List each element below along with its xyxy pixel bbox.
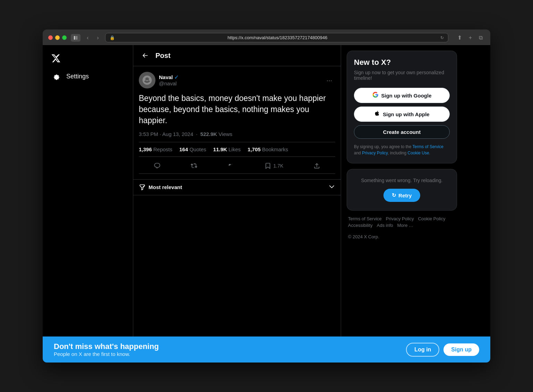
tweet-container: Naval ✓ @naval ··· Beyond the basics, mo… bbox=[133, 66, 341, 180]
banner-text-block: Don't miss what's happening People on X … bbox=[54, 342, 159, 357]
banner-actions: Log in Sign up bbox=[406, 343, 479, 357]
reload-icon[interactable]: ↻ bbox=[440, 35, 444, 40]
browser-chrome: ‹ › 🔒 https://x.com/naval/status/1823357… bbox=[43, 29, 490, 45]
bookmark-button[interactable]: 1.7K bbox=[262, 160, 286, 172]
back-arrow-icon bbox=[142, 52, 149, 59]
right-panel: New to X? Sign up now to get your own pe… bbox=[341, 45, 463, 363]
chevron-down-icon bbox=[328, 183, 335, 190]
footer-links: Terms of Service Privacy Policy Cookie P… bbox=[347, 216, 457, 228]
bookmark-count: 1.7K bbox=[273, 163, 284, 169]
reposts-count: 1,396 bbox=[139, 146, 152, 152]
tweet-text: Beyond the basics, money doesn't make yo… bbox=[139, 93, 335, 126]
more-options-button[interactable]: ··· bbox=[323, 74, 335, 86]
url-text: https://x.com/naval/status/1823357272174… bbox=[117, 35, 438, 40]
tweet-time: 3:53 PM · Aug 13, 2024 bbox=[139, 131, 193, 137]
quotes-stat: 164 Quotes bbox=[179, 146, 206, 152]
terms-prefix: By signing up, you agree to the bbox=[354, 144, 413, 149]
and-text: and bbox=[354, 151, 362, 155]
views-label: Views bbox=[219, 131, 232, 137]
privacy-link[interactable]: Privacy Policy bbox=[362, 151, 388, 155]
x-logo[interactable] bbox=[48, 51, 64, 66]
browser-actions: ⬆ + ⧉ bbox=[455, 34, 485, 42]
sort-left: Most relevant bbox=[139, 184, 182, 191]
sort-bar[interactable]: Most relevant bbox=[133, 180, 341, 195]
sidebar-item-settings[interactable]: Settings bbox=[48, 69, 93, 84]
avatar-icon bbox=[142, 75, 153, 86]
reply-icon bbox=[154, 162, 161, 169]
tweet-stats: 1,396 Reposts 164 Quotes 11.9K Likes 1,7… bbox=[139, 142, 335, 157]
signup-title: New to X? bbox=[354, 58, 450, 67]
likes-stat: 11.9K Likes bbox=[213, 146, 240, 152]
x-logo-icon bbox=[51, 53, 61, 63]
google-signup-button[interactable]: Sign up with Google bbox=[354, 88, 450, 103]
tweet-author-info: Naval ✓ @naval bbox=[139, 72, 179, 88]
google-g-icon bbox=[372, 92, 379, 99]
share-icon bbox=[313, 162, 320, 169]
reply-button[interactable] bbox=[151, 160, 163, 172]
bookmark-icon bbox=[264, 162, 271, 169]
google-signup-label: Sign up with Google bbox=[381, 93, 432, 99]
bookmarks-stat: 1,705 Bookmarks bbox=[248, 146, 288, 152]
bookmarks-label: Bookmarks bbox=[262, 146, 288, 152]
back-button[interactable] bbox=[139, 49, 151, 62]
apple-signup-button[interactable]: Sign up with Apple bbox=[354, 106, 450, 122]
sort-label: Most relevant bbox=[149, 184, 182, 190]
footer-ads-info-link[interactable]: Ads info bbox=[377, 223, 393, 228]
retry-button[interactable]: ↻ Retry bbox=[383, 189, 420, 202]
author-name: Naval bbox=[159, 74, 173, 80]
forward-navigation-button[interactable]: › bbox=[95, 34, 101, 42]
close-button[interactable] bbox=[48, 35, 53, 40]
footer-accessibility-link[interactable]: Accessibility bbox=[348, 223, 373, 228]
sidebar-toggle-button[interactable] bbox=[71, 34, 81, 42]
filter-icon bbox=[139, 184, 146, 191]
repost-icon bbox=[191, 162, 197, 169]
footer-more-link[interactable]: More … bbox=[397, 223, 413, 228]
bookmarks-count: 1,705 bbox=[248, 146, 261, 152]
author-details: Naval ✓ @naval bbox=[159, 74, 179, 86]
verified-badge: ✓ bbox=[174, 74, 179, 80]
footer-terms-link[interactable]: Terms of Service bbox=[348, 216, 382, 221]
cookie-link[interactable]: Cookie Use bbox=[408, 151, 429, 155]
banner-signup-button[interactable]: Sign up bbox=[443, 343, 479, 356]
signup-terms: By signing up, you agree to the Terms of… bbox=[354, 144, 450, 156]
error-message: Something went wrong. Try reloading. bbox=[361, 178, 442, 183]
svg-rect-0 bbox=[74, 36, 75, 40]
author-handle: @naval bbox=[159, 80, 179, 86]
tab-overview-button[interactable]: ⧉ bbox=[477, 34, 485, 42]
views-count: 522.9K bbox=[200, 131, 217, 137]
address-bar[interactable]: 🔒 https://x.com/naval/status/18233572721… bbox=[105, 33, 448, 42]
footer-privacy-link[interactable]: Privacy Policy bbox=[386, 216, 414, 221]
including-text: , including bbox=[388, 151, 407, 155]
svg-rect-1 bbox=[76, 36, 77, 40]
lock-icon: 🔒 bbox=[110, 35, 115, 40]
signup-card: New to X? Sign up now to get your own pe… bbox=[347, 51, 457, 163]
traffic-lights bbox=[48, 35, 67, 40]
sort-chevron bbox=[328, 183, 335, 191]
heart-icon bbox=[228, 162, 235, 169]
likes-count: 11.9K bbox=[213, 146, 227, 152]
terms-link[interactable]: Terms of Service bbox=[413, 144, 443, 149]
quotes-label: Quotes bbox=[189, 146, 206, 152]
share-button[interactable] bbox=[311, 160, 323, 172]
banner-login-button[interactable]: Log in bbox=[406, 343, 439, 357]
back-navigation-button[interactable]: ‹ bbox=[85, 34, 91, 42]
new-tab-button[interactable]: + bbox=[467, 34, 474, 42]
quotes-count: 164 bbox=[179, 146, 188, 152]
minimize-button[interactable] bbox=[55, 35, 60, 40]
period: . bbox=[429, 151, 430, 155]
settings-icon bbox=[52, 72, 61, 80]
create-account-button[interactable]: Create account bbox=[354, 125, 450, 139]
author-name-row: Naval ✓ bbox=[159, 74, 179, 80]
repost-button[interactable] bbox=[188, 160, 200, 172]
likes-label: Likes bbox=[229, 146, 241, 152]
browser-window: ‹ › 🔒 https://x.com/naval/status/1823357… bbox=[43, 29, 490, 363]
separator: · bbox=[196, 131, 197, 137]
footer-cookie-link[interactable]: Cookie Policy bbox=[418, 216, 446, 221]
share-button[interactable]: ⬆ bbox=[455, 34, 464, 42]
like-button[interactable] bbox=[225, 160, 237, 172]
banner-subtitle: People on X are the first to know. bbox=[54, 351, 159, 357]
create-account-label: Create account bbox=[383, 129, 421, 135]
maximize-button[interactable] bbox=[62, 35, 67, 40]
avatar[interactable] bbox=[139, 72, 155, 88]
tweet-meta: 3:53 PM · Aug 13, 2024 · 522.9K Views bbox=[139, 131, 335, 137]
